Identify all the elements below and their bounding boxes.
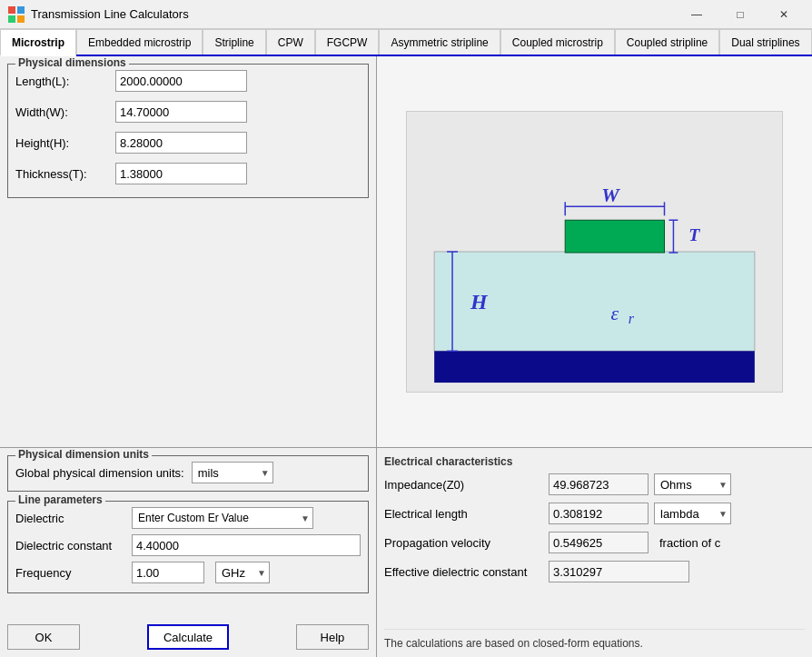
dielectric-select-wrapper: Enter Custom Er Value FR4 Rogers RO4003 … — [132, 507, 313, 529]
main-content: Physical dimensions Length(L): Width(W):… — [0, 56, 812, 657]
global-units-row: Global physical dimension units: mils mm… — [15, 462, 361, 483]
electrical-length-unit-wrapper: lambda degrees ▼ — [654, 503, 731, 524]
impedance-row: Impedance(Z0) Ohms ▼ — [384, 473, 805, 495]
tab-fgcpw[interactable]: FGCPW — [315, 29, 380, 55]
dielectric-select[interactable]: Enter Custom Er Value FR4 Rogers RO4003 — [132, 507, 313, 529]
svg-rect-1 — [17, 6, 25, 14]
units-select-wrapper: mils mm cm inches ▼ — [192, 462, 273, 483]
svg-text:r: r — [629, 311, 635, 326]
electrical-length-row: Electrical length lambda degrees ▼ — [384, 503, 805, 524]
thickness-input[interactable] — [115, 163, 247, 184]
tab-coupled-microstrip[interactable]: Coupled microstrip — [500, 29, 615, 55]
frequency-unit-wrapper: GHz MHz KHz ▼ — [215, 562, 270, 583]
physical-dimensions-section: Physical dimensions Length(L): Width(W):… — [7, 64, 369, 198]
width-row: Width(W): — [15, 101, 361, 123]
frequency-label: Frequency — [15, 566, 124, 580]
length-label: Length(L): — [15, 75, 115, 88]
height-input[interactable] — [115, 132, 247, 154]
button-row: OK Calculate Help — [7, 621, 369, 650]
thickness-row: Thickness(T): — [15, 163, 361, 184]
electrical-length-unit-select[interactable]: lambda degrees — [654, 503, 731, 524]
width-input[interactable] — [115, 101, 247, 123]
svg-rect-6 — [434, 351, 755, 383]
impedance-label: Impedance(Z0) — [384, 478, 543, 492]
svg-rect-7 — [565, 220, 664, 253]
help-button[interactable]: Help — [296, 624, 369, 650]
global-units-label: Global physical dimension units: — [15, 466, 184, 480]
svg-text:ε: ε — [611, 303, 619, 324]
effective-dielectric-label: Effective dielectric constant — [384, 565, 543, 579]
thickness-label: Thickness(T): — [15, 167, 115, 181]
bottom-left-panel: Physical dimension units Global physical… — [0, 448, 377, 657]
dielectric-constant-input[interactable] — [132, 534, 361, 556]
dielectric-label: Dielectric — [15, 512, 124, 525]
propagation-velocity-label: Propagation velocity — [384, 536, 543, 550]
effective-dielectric-row: Effective dielectric constant — [384, 561, 805, 582]
microstrip-diagram: W T H ε — [406, 111, 783, 393]
window-title: Transmission Line Calculators — [31, 7, 676, 21]
line-parameters-title: Line parameters — [15, 493, 105, 506]
impedance-input[interactable] — [549, 473, 649, 495]
tab-stripline[interactable]: Stripline — [203, 29, 265, 55]
maximize-button[interactable]: □ — [719, 1, 761, 28]
svg-text:H: H — [470, 290, 489, 314]
titlebar: Transmission Line Calculators — □ ✕ — [0, 0, 812, 29]
dielectric-constant-label: Dielectric constant — [15, 539, 124, 552]
electrical-length-label: Electrical length — [384, 507, 543, 521]
app-icon — [7, 5, 25, 24]
tab-asymmetric-stripline[interactable]: Asymmetric stripline — [379, 29, 500, 55]
length-input[interactable] — [115, 70, 247, 92]
svg-rect-3 — [17, 15, 25, 23]
right-panel: W T H ε — [377, 56, 812, 447]
svg-rect-0 — [8, 6, 15, 14]
svg-rect-2 — [8, 15, 15, 23]
svg-text:T: T — [688, 224, 700, 244]
propagation-velocity-row: Propagation velocity fraction of c — [384, 532, 805, 553]
frequency-unit-select[interactable]: GHz MHz KHz — [215, 562, 270, 583]
propagation-velocity-input[interactable] — [549, 532, 649, 553]
electrical-characteristics-title: Electrical characteristics — [384, 455, 805, 468]
frequency-input[interactable] — [132, 562, 204, 583]
left-panel: Physical dimensions Length(L): Width(W):… — [0, 56, 377, 447]
dielectric-constant-row: Dielectric constant — [15, 534, 361, 556]
minimize-button[interactable]: — — [676, 1, 718, 28]
height-row: Height(H): — [15, 132, 361, 154]
tab-microstrip[interactable]: Microstrip — [0, 29, 76, 56]
physical-dimensions-title: Physical dimensions — [15, 56, 129, 69]
impedance-unit-wrapper: Ohms ▼ — [654, 473, 731, 495]
top-section: Physical dimensions Length(L): Width(W):… — [0, 56, 812, 448]
window-controls: — □ ✕ — [676, 1, 805, 28]
calculate-button[interactable]: Calculate — [147, 624, 229, 650]
frequency-row: Frequency GHz MHz KHz ▼ — [15, 562, 361, 583]
width-label: Width(W): — [15, 105, 115, 119]
physical-units-title: Physical dimension units — [15, 448, 152, 461]
units-select[interactable]: mils mm cm inches — [192, 462, 273, 483]
dielectric-row: Dielectric Enter Custom Er Value FR4 Rog… — [15, 507, 361, 529]
effective-dielectric-input[interactable] — [549, 561, 689, 582]
physical-units-section: Physical dimension units Global physical… — [7, 455, 369, 492]
tab-cpw[interactable]: CPW — [266, 29, 315, 55]
propagation-velocity-unit: fraction of c — [659, 536, 720, 550]
impedance-unit-select[interactable]: Ohms — [654, 473, 731, 495]
footer-text-content: The calculations are based on closed-for… — [384, 637, 643, 650]
bottom-right-panel: Electrical characteristics Impedance(Z0)… — [377, 448, 812, 657]
close-button[interactable]: ✕ — [763, 1, 805, 28]
bottom-section: Physical dimension units Global physical… — [0, 448, 812, 657]
tab-embedded-microstrip[interactable]: Embedded microstrip — [76, 29, 203, 55]
tab-dual-striplines[interactable]: Dual striplines — [719, 29, 811, 55]
electrical-length-input[interactable] — [549, 503, 649, 524]
ok-button[interactable]: OK — [7, 624, 80, 650]
line-parameters-section: Line parameters Dielectric Enter Custom … — [7, 501, 369, 593]
footer-text: The calculations are based on closed-for… — [384, 629, 805, 650]
tab-bar: Microstrip Embedded microstrip Stripline… — [0, 29, 812, 56]
height-label: Height(H): — [15, 136, 115, 150]
svg-text:W: W — [601, 184, 620, 206]
length-row: Length(L): — [15, 70, 361, 92]
tab-coupled-stripline[interactable]: Coupled stripline — [615, 29, 719, 55]
